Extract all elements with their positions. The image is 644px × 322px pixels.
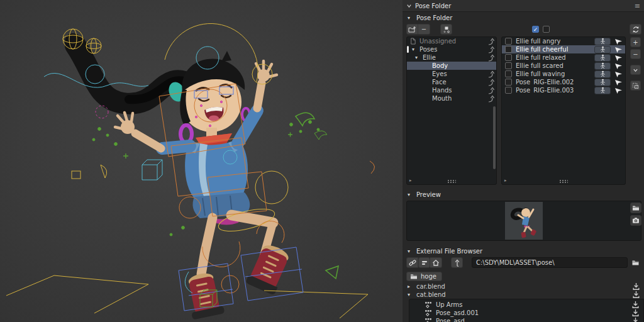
blender-window: Pose Folder ≡ ▾ Pose Folder − <box>0 0 644 322</box>
parent-directory-button[interactable] <box>451 257 463 268</box>
pose-row[interactable]: Ellie full angry <box>502 37 625 45</box>
link-button[interactable] <box>406 257 418 268</box>
apply-armature-button[interactable] <box>594 87 611 94</box>
download-icon[interactable] <box>631 301 640 309</box>
list-resize-grip[interactable] <box>559 179 568 183</box>
link-icon <box>409 259 416 267</box>
path-input[interactable]: C:\SDY\MDL\ASSET\pose\ <box>472 257 628 268</box>
viewport-3d[interactable] <box>0 0 402 322</box>
remove-pose-button[interactable]: − <box>630 49 641 59</box>
move-up-icon[interactable] <box>487 70 494 78</box>
move-up-icon[interactable] <box>487 54 494 62</box>
menu-icon[interactable]: ≡ <box>635 2 640 10</box>
pose-row[interactable]: Ellie full waving <box>502 70 625 78</box>
breadcrumb-folder-chip[interactable]: hoge <box>406 272 442 281</box>
home-button[interactable] <box>430 257 442 268</box>
pose-folder-panel-header[interactable]: ▾ Pose Folder <box>402 12 644 23</box>
folder-row-face[interactable]: Face <box>407 78 496 86</box>
list-expand-grip[interactable]: ▸ <box>409 178 412 183</box>
pose-checkbox[interactable] <box>505 38 512 45</box>
select-pointer-icon[interactable] <box>614 79 623 86</box>
folder-icon <box>631 259 640 266</box>
refresh-button[interactable] <box>630 24 641 35</box>
file-row-car[interactable]: ▸ car.blend <box>402 282 644 291</box>
capture-preview-button[interactable] <box>630 215 641 226</box>
preview-panel-title: Preview <box>416 191 441 198</box>
select-pointer-icon[interactable] <box>614 38 623 45</box>
pose-checkbox[interactable] <box>505 46 512 53</box>
remove-folder-button[interactable]: − <box>418 24 430 35</box>
folder-row-mouth[interactable]: Mouth <box>407 94 496 103</box>
list-expand-grip[interactable]: ▸ <box>504 178 507 183</box>
list-resize-grip[interactable] <box>447 179 456 183</box>
pose-asset-icon <box>425 301 432 309</box>
apply-armature-button[interactable] <box>594 54 611 62</box>
load-preview-button[interactable] <box>630 203 641 213</box>
pose-checkbox[interactable] <box>505 87 512 94</box>
pose-specials-button[interactable] <box>630 65 641 75</box>
pose-list[interactable]: Ellie full angry Ellie full cheerful Ell… <box>501 36 626 185</box>
overlap-button[interactable] <box>630 80 641 91</box>
move-up-icon[interactable] <box>487 46 494 53</box>
pose-row[interactable]: Ellie full relaxed <box>502 53 625 62</box>
file-browser-panel-header[interactable]: ▾ External File Browser <box>402 245 644 256</box>
folder-list[interactable]: Unassigned ▾ Poses ▾ Ellie <box>406 36 497 185</box>
triangle-down-icon[interactable]: ▾ <box>415 55 420 60</box>
asset-row-pose-asd[interactable]: Pose_asd <box>409 317 643 322</box>
pose-checkbox[interactable] <box>505 70 512 77</box>
apply-armature-button[interactable] <box>594 38 611 45</box>
pose-checkbox[interactable] <box>505 62 512 69</box>
pose-row[interactable]: Pose_RIG-Ellie.002 <box>502 78 625 86</box>
select-pointer-icon[interactable] <box>614 54 623 62</box>
apply-armature-button[interactable] <box>594 79 611 86</box>
move-up-icon[interactable] <box>487 87 494 94</box>
download-icon[interactable] <box>631 317 640 322</box>
select-pointer-icon[interactable] <box>614 46 623 53</box>
assign-pose-button[interactable] <box>440 24 452 35</box>
apply-armature-button[interactable] <box>594 70 611 78</box>
preview-panel-header[interactable]: ▾ Preview <box>402 189 644 199</box>
pose-checkbox[interactable] <box>505 54 512 61</box>
add-pose-button[interactable]: + <box>630 37 641 47</box>
asset-row-pose-asd-001[interactable]: Pose_asd.001 <box>409 309 643 317</box>
sort-button[interactable] <box>418 257 430 268</box>
pose-row[interactable]: Pose_RIG-Ellie.003 <box>502 86 625 94</box>
home-icon <box>432 259 440 267</box>
camera-icon <box>632 217 640 224</box>
folder-row-body[interactable]: Body <box>407 62 496 70</box>
download-icon[interactable] <box>632 282 640 291</box>
select-pointer-icon[interactable] <box>614 87 623 94</box>
file-row-cat[interactable]: ▾ cat.blend <box>402 291 644 299</box>
scrollbar[interactable] <box>493 106 496 169</box>
apply-armature-button[interactable] <box>594 62 611 70</box>
filter-checkbox-checked[interactable]: ✓ <box>532 26 539 33</box>
download-icon[interactable] <box>631 309 640 317</box>
apply-armature-button[interactable] <box>594 46 611 53</box>
select-pointer-icon[interactable] <box>614 62 623 70</box>
triangle-down-icon[interactable]: ▾ <box>408 292 413 297</box>
preview-area[interactable] <box>406 201 641 241</box>
asset-row-up-arms[interactable]: Up Arms <box>409 301 643 309</box>
download-icon[interactable] <box>632 291 640 299</box>
browse-folder-button[interactable] <box>630 257 641 268</box>
triangle-right-icon[interactable]: ▸ <box>408 284 413 289</box>
sidebar-header[interactable]: Pose Folder ≡ <box>402 0 644 12</box>
filter-checkbox-unchecked[interactable] <box>543 26 550 33</box>
move-up-icon[interactable] <box>487 95 494 103</box>
pose-preview-thumbnail[interactable] <box>505 202 543 240</box>
move-up-icon[interactable] <box>487 38 494 45</box>
pose-row-selected[interactable]: Ellie full cheerful <box>502 45 625 53</box>
viewport-render <box>0 0 402 322</box>
folder-row-ellie[interactable]: ▾ Ellie <box>407 53 496 62</box>
new-folder-button[interactable] <box>406 24 418 35</box>
pose-row[interactable]: Ellie full scared <box>502 62 625 70</box>
folder-row-hands[interactable]: Hands <box>407 86 496 94</box>
folder-row-eyes[interactable]: Eyes <box>407 70 496 78</box>
pose-checkbox[interactable] <box>505 79 512 86</box>
select-pointer-icon[interactable] <box>614 70 623 78</box>
folder-row-unassigned[interactable]: Unassigned <box>407 37 496 45</box>
chevron-down-icon <box>633 67 638 73</box>
move-up-icon[interactable] <box>487 79 494 86</box>
folder-row-poses[interactable]: ▾ Poses <box>407 45 496 53</box>
triangle-down-icon[interactable]: ▾ <box>412 47 417 52</box>
